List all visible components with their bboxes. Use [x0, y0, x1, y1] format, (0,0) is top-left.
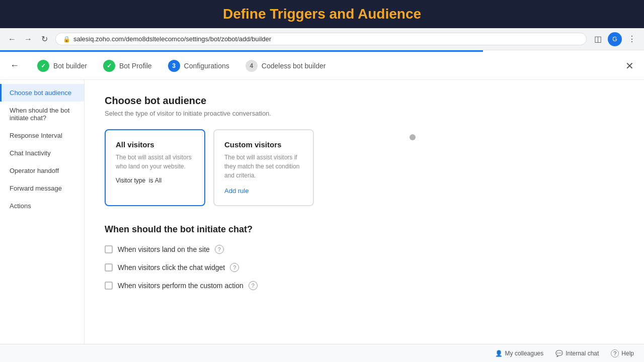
step-circle-configurations: 3	[168, 60, 180, 72]
step-codeless-bot-builder[interactable]: 4 Codeless bot builder	[237, 60, 334, 72]
option-custom-action-label: When visitors perform the custom action	[118, 282, 244, 290]
sidebar-label-choose-bot-audience: Choose bot audience	[10, 89, 71, 97]
all-visitors-card[interactable]: All visitors The bot will assist all vis…	[105, 129, 205, 206]
lock-icon: 🔒	[63, 36, 70, 43]
badge-value: All	[155, 177, 162, 184]
step-label-bot-profile: Bot Profile	[119, 62, 152, 70]
step-label-codeless: Codeless bot builder	[262, 62, 326, 70]
my-colleagues-item[interactable]: 👤 My colleagues	[495, 350, 544, 357]
wizard-back-arrow[interactable]: ←	[10, 60, 19, 71]
custom-visitors-desc: The bot will assist visitors if they mat…	[224, 153, 303, 180]
step-circle-bot-builder: ✓	[37, 60, 49, 72]
all-visitors-badge: Visitor type is All	[116, 177, 194, 184]
wizard-bar: ← ✓ Bot builder ✓ Bot Profile 3 Configur…	[0, 52, 644, 80]
back-nav-button[interactable]: ←	[5, 32, 19, 46]
sidebar-label-chat-inactivity: Chat Inactivity	[10, 149, 51, 157]
sidebar-item-when-should-bot[interactable]: When should the bot initiate chat?	[0, 102, 84, 127]
option-custom-action-help-icon[interactable]: ?	[249, 281, 258, 290]
sidebar-item-actions[interactable]: Actions	[0, 197, 84, 215]
option-land-on-site-row: When visitors land on the site ?	[105, 245, 624, 254]
sidebar-item-response-interval[interactable]: Response Interval	[0, 127, 84, 144]
banner-text: Define Triggers and Audience	[223, 6, 421, 22]
option-click-widget-checkbox[interactable]	[105, 263, 113, 272]
internal-chat-icon: 💬	[555, 350, 563, 357]
browser-actions: ◫ G ⋮	[591, 32, 639, 46]
address-bar[interactable]: 🔒 salesiq.zoho.com/demo8dsltelecomco/set…	[55, 33, 587, 45]
all-visitors-title: All visitors	[116, 140, 194, 149]
option-land-on-site-checkbox[interactable]	[105, 245, 113, 253]
menu-button[interactable]: ⋮	[625, 32, 639, 46]
option-custom-action-row: When visitors perform the custom action …	[105, 281, 624, 290]
sidebar-label-when-should-bot: When should the bot initiate chat?	[10, 107, 69, 122]
all-visitors-desc: The bot will assist all visitors who lan…	[116, 153, 194, 171]
help-icon: ?	[611, 349, 619, 357]
option-click-widget-row: When visitors click the chat widget ?	[105, 263, 624, 272]
step-bot-profile[interactable]: ✓ Bot Profile	[95, 60, 160, 72]
sidebar-item-forward-message[interactable]: Forward message	[0, 179, 84, 197]
audience-subtitle: Select the type of visitor to initiate p…	[105, 110, 624, 117]
badge-is: is	[149, 177, 153, 184]
sidebar-label-response-interval: Response Interval	[10, 132, 62, 139]
step-label-bot-builder: Bot builder	[53, 62, 87, 70]
step-circle-codeless: 4	[246, 60, 258, 72]
forward-nav-button[interactable]: →	[21, 32, 35, 46]
my-colleagues-label: My colleagues	[505, 350, 544, 357]
profile-initial: G	[612, 36, 617, 43]
main-layout: Choose bot audience When should the bot …	[0, 80, 644, 362]
step-bot-builder[interactable]: ✓ Bot builder	[29, 60, 95, 72]
top-banner: Define Triggers and Audience	[0, 0, 644, 28]
visitor-cards: All visitors The bot will assist all vis…	[105, 129, 624, 206]
sidebar: Choose bot audience When should the bot …	[0, 80, 85, 362]
url-text: salesiq.zoho.com/demo8dsltelecomco/setti…	[73, 35, 271, 43]
internal-chat-label: Internal chat	[566, 350, 599, 357]
option-click-widget-label: When visitors click the chat widget	[118, 263, 225, 272]
browser-bar: ← → ↻ 🔒 salesiq.zoho.com/demo8dsltelecom…	[0, 28, 644, 50]
step-label-configurations: Configurations	[184, 62, 229, 70]
sidebar-label-operator-handoff: Operator handoff	[10, 167, 59, 174]
wizard-steps: ✓ Bot builder ✓ Bot Profile 3 Configurat…	[29, 60, 334, 72]
option-land-on-site-help-icon[interactable]: ?	[215, 245, 224, 254]
sidebar-label-actions: Actions	[10, 202, 31, 210]
audience-title: Choose bot audience	[105, 95, 624, 107]
sidebar-item-operator-handoff[interactable]: Operator handoff	[0, 162, 84, 179]
sidebar-label-forward-message: Forward message	[10, 185, 62, 192]
internal-chat-item[interactable]: 💬 Internal chat	[555, 350, 599, 357]
step-circle-bot-profile: ✓	[103, 60, 115, 72]
initiate-title: When should the bot initiate chat?	[105, 224, 624, 235]
reload-button[interactable]: ↻	[37, 32, 51, 46]
step-configurations[interactable]: 3 Configurations	[160, 60, 237, 72]
option-custom-action-checkbox[interactable]	[105, 282, 113, 290]
profile-button[interactable]: G	[608, 32, 622, 46]
custom-visitors-title: Custom visitors	[224, 140, 303, 149]
custom-visitors-card[interactable]: Custom visitors The bot will assist visi…	[213, 129, 314, 206]
wizard-close-button[interactable]: ✕	[625, 60, 634, 72]
option-land-on-site-label: When visitors land on the site	[118, 245, 210, 253]
my-colleagues-icon: 👤	[495, 350, 503, 357]
badge-prefix: Visitor type	[116, 177, 145, 184]
option-click-widget-help-icon[interactable]: ?	[230, 263, 239, 272]
help-item[interactable]: ? Help	[611, 349, 634, 357]
bottom-bar: 👤 My colleagues 💬 Internal chat ? Help	[0, 344, 644, 362]
sidebar-item-chat-inactivity[interactable]: Chat Inactivity	[0, 144, 84, 162]
extensions-button[interactable]: ◫	[591, 32, 605, 46]
content-area: Choose bot audience Select the type of v…	[85, 80, 644, 362]
browser-nav-buttons: ← → ↻	[5, 32, 51, 46]
help-label: Help	[621, 350, 634, 357]
add-rule-link[interactable]: Add rule	[224, 187, 249, 195]
sidebar-item-choose-bot-audience[interactable]: Choose bot audience	[0, 84, 84, 102]
